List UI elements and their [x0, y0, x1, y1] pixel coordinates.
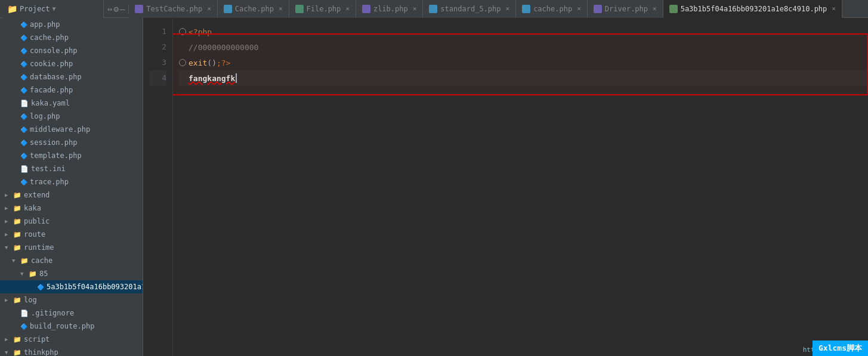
tree-item[interactable]: 🔷template.php: [0, 149, 143, 162]
tree-item[interactable]: 📄test.ini: [0, 162, 143, 175]
tree-item[interactable]: 🔷app.php: [0, 18, 143, 31]
tree-item[interactable]: 🔷session.php: [0, 136, 143, 149]
watermark-container: https://blog... Gxlcms脚本: [797, 343, 868, 356]
tabs-container: TestCache.php×Cache.php×File.php×zlib.ph…: [129, 0, 868, 18]
tree-label: trace.php: [30, 178, 69, 186]
file-icon: 🔷: [20, 126, 27, 133]
tree-item[interactable]: ▼📁cache: [0, 254, 143, 267]
tree-label: 5a3b1b5f04a16bb093201a1e8c4910.: [47, 283, 143, 291]
tree-item[interactable]: ▶📁kaka: [0, 202, 143, 215]
tree-arrow: ▶: [5, 297, 11, 303]
file-icon: 📄: [20, 100, 29, 107]
php-open-tag: <?php: [189, 27, 212, 36]
project-arrow: ▼: [52, 5, 56, 12]
breakpoint-outline-1: [179, 28, 186, 35]
tree-label: kaka.yaml: [31, 99, 70, 107]
split-icon[interactable]: ⇔: [107, 4, 112, 14]
tree-label: .gitignore: [31, 309, 74, 317]
tree-item[interactable]: ▼📁runtime: [0, 241, 143, 254]
tab-testcache[interactable]: TestCache.php×: [129, 0, 218, 18]
tab-close-testcache[interactable]: ×: [207, 5, 211, 13]
tab-close-zlib[interactable]: ×: [413, 5, 417, 13]
tree-item[interactable]: ▶📁script: [0, 333, 143, 346]
file-icon: 🔷: [20, 179, 27, 185]
tree-arrow: ▼: [12, 258, 18, 264]
tab-standard5[interactable]: standard_5.php×: [423, 0, 516, 18]
editor-content: 1 2 3 4 <?php //0000000000000: [143, 18, 868, 356]
tree-item[interactable]: 📄.gitignore: [0, 307, 143, 320]
tree-item[interactable]: 🔷log.php: [0, 110, 143, 123]
tab-cache2[interactable]: cache.php×: [516, 0, 588, 18]
tree-item[interactable]: 📄kaka.yaml: [0, 97, 143, 110]
tree-item[interactable]: 🔷5a3b1b5f04a16bb093201a1e8c4910.: [0, 280, 143, 293]
tree-item[interactable]: ▶📁log: [0, 293, 143, 307]
tree-item[interactable]: 🔷facade.php: [0, 83, 143, 97]
file-icon: 📄: [20, 309, 29, 317]
tree-arrow: ▼: [5, 244, 11, 250]
settings-icon[interactable]: ⚙: [113, 4, 118, 14]
minimize-icon[interactable]: —: [120, 4, 125, 14]
tree-item[interactable]: 🔷console.php: [0, 44, 143, 57]
tab-cache[interactable]: Cache.php×: [218, 0, 289, 18]
tree-label: middleware.php: [30, 125, 90, 134]
tree-item[interactable]: 🔷cache.php: [0, 31, 143, 44]
tab-close-driver[interactable]: ×: [653, 5, 657, 13]
file-icon: 📁: [13, 336, 21, 343]
file-icon: 📁: [13, 296, 21, 304]
line-numbers: 1 2 3 4: [143, 18, 173, 356]
breakpoint-outline-3: [179, 59, 186, 66]
tab-file[interactable]: File.php×: [289, 0, 356, 18]
code-area[interactable]: <?php //0000000000000 exit();?> fangkang…: [173, 18, 868, 356]
file-icon: 🔷: [20, 35, 27, 41]
tab-driver[interactable]: Driver.php×: [588, 0, 663, 18]
tab-icon-hash: [669, 5, 678, 13]
tree-item[interactable]: 🔷trace.php: [0, 175, 143, 188]
tab-close-file[interactable]: ×: [345, 5, 350, 13]
tree-label: app.php: [30, 20, 60, 29]
file-icon: 📁: [29, 270, 37, 278]
tree-item[interactable]: 🔷build_route.php: [0, 320, 143, 333]
tree-arrow: ▶: [5, 192, 11, 198]
tab-close-standard5[interactable]: ×: [506, 5, 510, 13]
tree-label: kaka: [24, 204, 41, 212]
tree-arrow: ▶: [5, 205, 11, 211]
tree-arrow: ▶: [5, 231, 11, 237]
line-num-2: 2: [149, 39, 166, 55]
tree-item[interactable]: ▶📁extend: [0, 188, 143, 202]
tree-item[interactable]: 🔷middleware.php: [0, 123, 143, 136]
tab-hash[interactable]: 5a3b1b5f04a16bb093201a1e8c4910.php×: [663, 0, 842, 18]
file-icon: 🔷: [20, 48, 27, 54]
tab-close-cache2[interactable]: ×: [577, 5, 581, 13]
tree-item[interactable]: ▶📁public: [0, 215, 143, 228]
file-icon: 🔷: [20, 153, 27, 159]
sidebar: 🔷app.php🔷cache.php🔷console.php🔷cookie.ph…: [0, 18, 143, 356]
file-icon: 🔷: [20, 323, 27, 330]
tab-icon-zlib: [362, 5, 370, 13]
tree-item[interactable]: ▼📁85: [0, 267, 143, 280]
tab-zlib[interactable]: zlib.php×: [356, 0, 423, 18]
file-icon: 🔷: [20, 61, 27, 67]
php-semicolon: ;: [217, 58, 221, 67]
tree-label: session.php: [30, 138, 77, 147]
tree-label: console.php: [30, 47, 77, 55]
tree-item[interactable]: ▶📁route: [0, 228, 143, 241]
tab-close-cache[interactable]: ×: [279, 5, 283, 13]
code-line-2: //0000000000000: [179, 39, 868, 55]
code-line-4: fangkangfk: [179, 70, 868, 86]
line-num-1: 1: [149, 24, 166, 39]
tree-label: facade.php: [30, 86, 73, 94]
project-header[interactable]: 📁 Project ▼: [2, 0, 104, 18]
tree-item[interactable]: 🔷cookie.php: [0, 57, 143, 70]
php-exit-func: exit: [189, 58, 207, 67]
tree-item[interactable]: 🔷database.php: [0, 70, 143, 83]
tree-item[interactable]: ▼📁thinkphp: [0, 346, 143, 356]
tab-label-standard5: standard_5.php: [440, 5, 501, 13]
tab-close-hash[interactable]: ×: [832, 5, 836, 13]
tree-label: cache.php: [30, 33, 69, 42]
php-close-tag: ?>: [221, 58, 231, 67]
tree-arrow: ▶: [5, 336, 11, 342]
file-icon: 📁: [13, 244, 21, 252]
tree-label: cookie.php: [30, 60, 73, 68]
file-icon: 📁: [20, 257, 29, 265]
file-icon: 📁: [13, 231, 21, 239]
